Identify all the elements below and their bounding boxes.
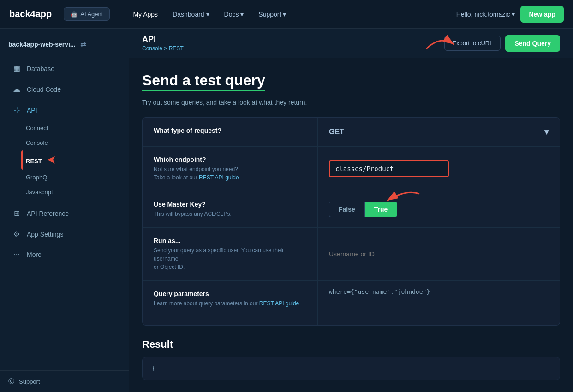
new-app-button[interactable]: New app	[520, 6, 564, 23]
export-curl-arrow	[422, 30, 459, 53]
sidebar-api-submenu: Connect Console REST ➤ GraphQL Javascrip…	[0, 120, 129, 200]
subheader-left: API Console > REST	[142, 35, 184, 52]
result-card: {	[142, 357, 560, 380]
endpoint-rest-api-link[interactable]: REST API guide	[199, 174, 239, 181]
form-control-query-params: where={"username":"johndoe"}	[318, 281, 560, 325]
run-as-desc-line1: Send your query as a specific user. You …	[154, 247, 284, 262]
master-key-desc: This will bypass any ACL/CLPs.	[154, 210, 306, 218]
endpoint-label: Which endpoint?	[154, 156, 306, 163]
endpoint-input[interactable]	[329, 160, 449, 177]
rest-label: REST	[26, 158, 42, 165]
sidebar-api-label: API	[27, 107, 37, 114]
send-query-button[interactable]: Send Query	[505, 35, 560, 52]
request-type-label: What type of request?	[154, 127, 306, 134]
top-navigation: back4app 🤖 AI Agent My Apps Dashboard ▾ …	[0, 0, 573, 29]
subheader-title: API	[142, 35, 184, 44]
sidebar-item-database[interactable]: ▦ Database	[4, 59, 125, 78]
chevron-down-icon: ▾	[544, 127, 549, 137]
ai-agent-button[interactable]: 🤖 AI Agent	[64, 7, 110, 21]
rest-arrow-annotation: ➤	[47, 154, 55, 166]
api-reference-icon: ⊞	[12, 209, 21, 218]
form-label-master-key: Use Master Key? This will bypass any ACL…	[143, 191, 318, 227]
nav-support[interactable]: Support ▾	[252, 7, 292, 22]
sidebar-sub-javascript[interactable]: Javascript	[21, 185, 129, 199]
nav-right: Hello, nick.tomazic ▾ New app	[456, 6, 564, 23]
master-key-label: Use Master Key?	[154, 201, 306, 208]
nav-links: My Apps Dashboard ▾ Docs ▾ Support ▾	[126, 7, 292, 22]
breadcrumb-current: REST	[169, 45, 184, 52]
sidebar-cloud-code-label: Cloud Code	[27, 86, 61, 93]
form-row-master-key: Use Master Key? This will bypass any ACL…	[143, 191, 560, 228]
cloud-code-icon: ☁	[12, 85, 21, 94]
form-control-run-as	[318, 228, 560, 280]
query-params-textarea[interactable]: where={"username":"johndoe"}	[329, 288, 549, 316]
sidebar-item-api[interactable]: ⊹ API	[4, 100, 125, 120]
form-label-endpoint: Which endpoint? Not sure what endpoint y…	[143, 147, 318, 191]
logo: back4app	[9, 9, 52, 19]
subheader: API Console > REST Export to cURL Send Q…	[129, 29, 573, 58]
sidebar-sub-graphql[interactable]: GraphQL	[21, 170, 129, 184]
sidebar-sub-rest[interactable]: REST ➤	[21, 150, 129, 170]
ai-agent-label: AI Agent	[80, 11, 103, 18]
app-settings-icon: ⚙	[12, 230, 21, 238]
sidebar-item-app-settings[interactable]: ⚙ App Settings	[4, 224, 125, 244]
form-label-query-params: Query parameters Learn more about query …	[143, 281, 318, 325]
support-icon: ⓪	[8, 377, 14, 386]
form-control-master-key: False True	[318, 191, 560, 227]
sidebar-item-api-reference[interactable]: ⊞ API Reference	[4, 203, 125, 223]
run-as-label: Run as...	[154, 237, 306, 244]
run-as-desc-line2: or Object ID.	[154, 264, 185, 270]
sidebar-sub-connect[interactable]: Connect	[21, 121, 129, 135]
sidebar-more-label: More	[27, 251, 42, 258]
page-title: Send a test query	[142, 72, 265, 91]
sidebar-database-label: Database	[27, 65, 54, 72]
support-label: Support	[19, 378, 40, 385]
form-control-request-type: GET ▾	[318, 118, 560, 146]
sidebar-sub-console[interactable]: Console	[21, 136, 129, 150]
nav-dashboard[interactable]: Dashboard ▾	[166, 7, 215, 22]
nav-docs[interactable]: Docs ▾	[218, 7, 251, 22]
query-params-rest-api-link[interactable]: REST API guide	[259, 300, 299, 307]
form-label-run-as: Run as... Send your query as a specific …	[143, 228, 318, 280]
sidebar-app-name-row: back4app-web-servi... ⇄	[0, 33, 129, 55]
subheader-right: Export to cURL Send Query	[444, 35, 560, 52]
endpoint-desc-line1: Not sure what endpoint you need?	[154, 166, 238, 172]
sidebar-item-cloud-code[interactable]: ☁ Cloud Code	[4, 79, 125, 99]
ai-agent-icon: 🤖	[71, 11, 78, 18]
more-icon: ···	[12, 250, 21, 259]
form-label-request-type: What type of request?	[143, 118, 318, 146]
sidebar-support[interactable]: ⓪ Support	[8, 377, 120, 386]
api-icon: ⊹	[12, 106, 21, 114]
form-row-request-type: What type of request? GET ▾	[143, 118, 560, 147]
endpoint-desc-line2: Take a look at our	[154, 174, 199, 181]
result-title: Result	[142, 339, 560, 350]
endpoint-desc: Not sure what endpoint you need? Take a …	[154, 165, 306, 182]
query-params-desc-line1: Learn more about query parameters in our	[154, 300, 259, 307]
request-type-dropdown[interactable]: GET ▾	[329, 127, 549, 137]
query-params-label: Query parameters	[154, 290, 306, 297]
breadcrumb: Console > REST	[142, 45, 184, 52]
nav-my-apps[interactable]: My Apps	[126, 7, 164, 22]
query-params-desc: Learn more about query parameters in our…	[154, 299, 306, 308]
main-content: API Console > REST Export to cURL Send Q…	[129, 29, 573, 392]
main-layout: back4app-web-servi... ⇄ ▦ Database ☁ Clo…	[0, 29, 573, 392]
sidebar-item-more[interactable]: ··· More	[4, 245, 125, 264]
run-as-input[interactable]	[329, 250, 549, 258]
breadcrumb-prefix: Console >	[142, 45, 169, 52]
form-row-run-as: Run as... Send your query as a specific …	[143, 228, 560, 281]
sidebar-bottom: ⓪ Support	[0, 370, 129, 392]
form-row-endpoint: Which endpoint? Not sure what endpoint y…	[143, 147, 560, 191]
run-as-desc: Send your query as a specific user. You …	[154, 246, 306, 271]
page-content: Send a test query Try out some queries, …	[129, 58, 573, 392]
query-form-card: What type of request? GET ▾ Which endpoi…	[142, 117, 560, 326]
result-value: {	[152, 365, 155, 372]
master-key-false-btn[interactable]: False	[329, 202, 365, 217]
user-greeting[interactable]: Hello, nick.tomazic ▾	[456, 11, 515, 18]
form-row-query-params: Query parameters Learn more about query …	[143, 281, 560, 325]
app-name: back4app-web-servi...	[8, 41, 76, 48]
database-icon: ▦	[12, 64, 21, 73]
sidebar-app-settings-label: App Settings	[27, 231, 63, 238]
sidebar-collapse-icon[interactable]: ⇄	[80, 40, 86, 48]
form-control-endpoint	[318, 147, 560, 191]
user-dropdown-icon: ▾	[512, 11, 515, 18]
